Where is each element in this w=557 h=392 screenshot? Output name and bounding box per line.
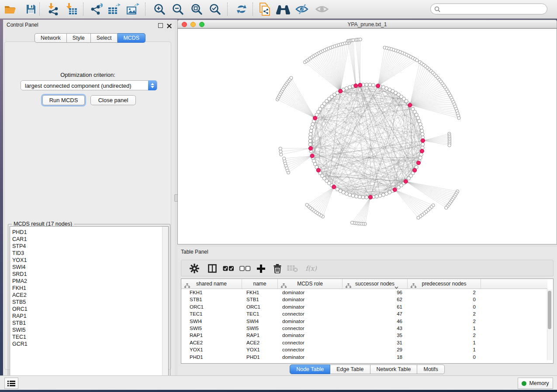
- column-header-shared-name[interactable]: shared name: [181, 279, 242, 289]
- run-mcds-button[interactable]: Run MCDS: [42, 95, 85, 105]
- column-header-name[interactable]: name: [242, 279, 278, 289]
- table-cell: dominator: [278, 303, 343, 310]
- table-row[interactable]: PHD1PHD1dominator180: [181, 354, 547, 361]
- table-cell: 96: [343, 289, 408, 296]
- table-cell: connector: [278, 346, 343, 353]
- search-icon: [434, 6, 440, 12]
- table-row[interactable]: FKH1FKH1dominator962: [181, 289, 547, 296]
- table-row[interactable]: SWI5SWI5connector431: [181, 325, 547, 332]
- toolbar-separator: [253, 3, 253, 16]
- table-cell: dominator: [278, 332, 343, 339]
- tab-select[interactable]: Select: [91, 33, 118, 43]
- select-all-icon[interactable]: [222, 262, 235, 275]
- save-icon[interactable]: [24, 2, 38, 16]
- table-row[interactable]: RAP1RAP1dominator352: [181, 332, 547, 339]
- mcds-result-item[interactable]: SRD1: [10, 271, 168, 278]
- search-field[interactable]: [430, 3, 547, 14]
- export-table-icon[interactable]: [107, 2, 121, 16]
- mcds-result-item[interactable]: ORC1: [10, 306, 168, 313]
- float-panel-icon[interactable]: [158, 23, 163, 28]
- deselect-all-icon[interactable]: [239, 262, 252, 275]
- table-cell: 1: [408, 346, 481, 353]
- status-bar: Memory: [0, 375, 557, 390]
- table-cell: dominator: [278, 318, 343, 325]
- table-scrollbar-thumb[interactable]: [548, 291, 551, 329]
- clone-network-icon[interactable]: [257, 2, 272, 16]
- network-window-titlebar[interactable]: YPA_prune.txt_1: [177, 20, 557, 28]
- network-canvas[interactable]: [177, 28, 557, 244]
- control-panel-tabbar: NetworkStyleSelectMCDS: [35, 33, 145, 42]
- tab-node-table[interactable]: Node Table: [290, 364, 330, 374]
- table-row[interactable]: TEC1TEC1connector472: [181, 310, 547, 317]
- table-cell: 31: [343, 339, 408, 346]
- control-panel-title: Control Panel: [7, 22, 38, 28]
- show-all-eye-icon[interactable]: [315, 2, 329, 16]
- mcds-result-item[interactable]: STB5: [10, 299, 168, 306]
- tab-mcds[interactable]: MCDS: [118, 33, 145, 43]
- mcds-result-item[interactable]: TEC1: [10, 334, 168, 340]
- zoom-fit-icon[interactable]: [189, 2, 204, 16]
- mcds-result-list[interactable]: PHD1CAR1STP4TID3YOX1SWI4SRD1PMA2FKH1ACE2…: [10, 226, 169, 385]
- tab-style[interactable]: Style: [67, 33, 91, 43]
- table-header-row: shared namenameMCDS rolesuccessor nodesp…: [181, 279, 547, 289]
- network-view-window: YPA_prune.txt_1: [177, 20, 557, 244]
- open-folder-icon[interactable]: [3, 2, 18, 16]
- table-cell: dominator: [278, 296, 343, 303]
- mcds-result-item[interactable]: STP4: [10, 243, 168, 250]
- mcds-result-item[interactable]: SWI4: [10, 264, 168, 271]
- column-header-predecessor-nodes[interactable]: predecessor nodes: [408, 279, 481, 289]
- mcds-result-item[interactable]: PMA2: [10, 278, 168, 285]
- delete-row-trash-icon[interactable]: [271, 262, 284, 275]
- settings-gear-icon[interactable]: [188, 262, 201, 275]
- first-neighbors-icon[interactable]: [276, 2, 291, 16]
- column-header-successor-nodes[interactable]: successor nodes: [343, 279, 408, 289]
- mcds-list-scrollbar[interactable]: [162, 227, 168, 385]
- refresh-icon[interactable]: [234, 2, 249, 16]
- tab-edge-table[interactable]: Edge Table: [330, 364, 370, 374]
- close-panel-button[interactable]: Close panel: [90, 95, 136, 105]
- table-cell: ORC1: [181, 303, 242, 310]
- zoom-in-icon[interactable]: [152, 2, 167, 16]
- mcds-result-item[interactable]: STB1: [10, 320, 168, 327]
- show-column-icon[interactable]: [206, 262, 219, 275]
- mcds-result-item[interactable]: TID3: [10, 250, 168, 257]
- table-cell: connector: [278, 325, 343, 332]
- import-table-icon[interactable]: [64, 2, 79, 16]
- task-history-button[interactable]: [4, 378, 18, 389]
- export-image-icon[interactable]: [125, 2, 140, 16]
- mcds-result-group: MCDS result (17 nodes) PHD1CAR1STP4TID3Y…: [8, 224, 170, 387]
- search-input[interactable]: [440, 6, 543, 13]
- mcds-result-item[interactable]: CAR1: [10, 236, 168, 243]
- hide-selected-eye-slash-icon[interactable]: [294, 2, 309, 16]
- table-row[interactable]: STB1STB1dominator620: [181, 296, 547, 303]
- table-cell: FKH1: [242, 289, 278, 296]
- add-row-plus-icon[interactable]: [254, 262, 267, 275]
- table-cell: STB1: [242, 296, 278, 303]
- mcds-result-item[interactable]: SWI5: [10, 327, 168, 334]
- criterion-select[interactable]: largest connected component (undirected): [21, 80, 157, 90]
- export-network-icon[interactable]: [89, 2, 104, 16]
- table-row[interactable]: SWI4SWI4dominator462: [181, 318, 547, 325]
- tab-network[interactable]: Network: [35, 33, 67, 43]
- mcds-result-item[interactable]: YOX1: [10, 257, 168, 264]
- mcds-result-item[interactable]: ACE2: [10, 292, 168, 299]
- column-header-MCDS-role[interactable]: MCDS role: [278, 279, 343, 289]
- table-row[interactable]: YOX1YOX1connector291: [181, 346, 547, 353]
- table-cell: RAP1: [242, 332, 278, 339]
- mcds-result-item[interactable]: FKH1: [10, 285, 168, 292]
- table-scrollbar[interactable]: [547, 289, 552, 360]
- mcds-result-item[interactable]: RAP1: [10, 313, 168, 320]
- mcds-result-item[interactable]: GCR1: [10, 340, 168, 347]
- zoom-selected-icon[interactable]: [208, 2, 222, 16]
- tab-motifs[interactable]: Motifs: [417, 364, 444, 374]
- table-row[interactable]: ORC1ORC1dominator610: [181, 303, 547, 310]
- mcds-result-item[interactable]: PHD1: [10, 229, 168, 236]
- memory-button[interactable]: Memory: [518, 378, 553, 389]
- import-network-icon[interactable]: [46, 2, 61, 16]
- zoom-out-icon[interactable]: [170, 2, 185, 16]
- table-row[interactable]: ACE2ACE2connector311: [181, 339, 547, 346]
- tab-network-table[interactable]: Network Table: [370, 364, 418, 374]
- toolbar-separator: [145, 3, 145, 16]
- close-panel-icon[interactable]: [167, 22, 172, 30]
- table-cell: 61: [343, 303, 408, 310]
